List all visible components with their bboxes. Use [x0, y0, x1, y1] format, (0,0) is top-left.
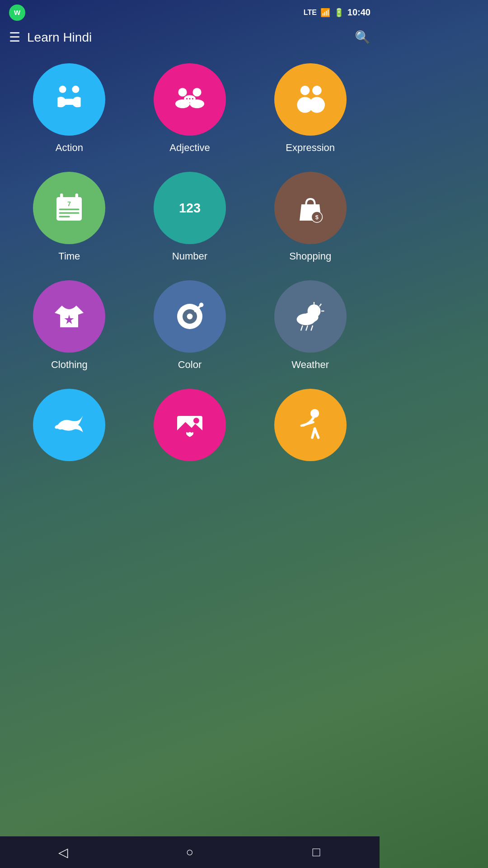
- chat-icon: [172, 81, 208, 118]
- weather-label: Weather: [291, 359, 329, 371]
- photo-icon: [172, 407, 208, 443]
- time-circle: 7: [33, 172, 105, 244]
- color-circle: [154, 280, 226, 353]
- back-button[interactable]: ◁: [50, 839, 77, 866]
- svg-text:$: $: [315, 214, 318, 221]
- svg-point-39: [304, 312, 318, 322]
- svg-text:7: 7: [67, 200, 71, 208]
- svg-line-36: [319, 304, 321, 307]
- status-bar: w LTE 📶 🔋 10:40: [0, 0, 380, 23]
- category-weather[interactable]: Weather: [274, 280, 347, 371]
- number-circle: 123: [154, 172, 226, 244]
- svg-point-1: [72, 86, 80, 93]
- svg-rect-18: [60, 193, 63, 200]
- category-adjective[interactable]: Adjective: [154, 63, 226, 154]
- svg-point-8: [186, 98, 188, 99]
- svg-point-14: [309, 97, 324, 113]
- category-number[interactable]: 123 Number: [154, 172, 226, 262]
- status-left: w: [9, 5, 25, 21]
- svg-point-33: [187, 314, 193, 320]
- clothing-label: Clothing: [51, 359, 88, 371]
- menu-icon[interactable]: ☰: [9, 30, 20, 45]
- svg-point-47: [310, 409, 319, 418]
- svg-text:123: 123: [179, 201, 201, 215]
- category-color[interactable]: Color: [154, 280, 226, 371]
- clock: 10:40: [347, 7, 371, 18]
- action-label: Action: [56, 142, 83, 154]
- expression-circle: [274, 63, 347, 136]
- battery-icon: 🔋: [334, 8, 344, 18]
- category-time[interactable]: 7 Time: [33, 172, 105, 262]
- network-indicator: LTE: [304, 9, 317, 17]
- bottom-row-grid: [0, 380, 380, 513]
- svg-line-49: [314, 429, 318, 438]
- number-label: Number: [172, 250, 207, 262]
- svg-point-11: [300, 86, 310, 95]
- shopping-icon: $: [292, 190, 328, 226]
- svg-point-10: [192, 98, 193, 99]
- expression-label: Expression: [286, 142, 335, 154]
- category-body[interactable]: [274, 389, 347, 467]
- svg-rect-19: [75, 193, 78, 200]
- svg-point-4: [192, 88, 201, 96]
- svg-line-40: [301, 326, 302, 330]
- body-circle: [274, 389, 347, 461]
- svg-line-41: [306, 326, 307, 330]
- svg-point-3: [178, 88, 187, 96]
- category-grid: Action Adjective: [0, 54, 380, 380]
- svg-rect-20: [59, 209, 80, 210]
- svg-point-9: [189, 98, 190, 99]
- svg-point-32: [199, 303, 204, 307]
- svg-rect-21: [59, 212, 80, 214]
- svg-point-13: [312, 86, 322, 95]
- bottom-navigation: ◁ ○ □: [0, 836, 380, 868]
- category-action[interactable]: Action: [33, 63, 105, 154]
- calendar-icon: 7: [51, 190, 87, 226]
- category-nature[interactable]: [154, 389, 226, 467]
- weather-icon: [292, 298, 328, 335]
- color-label: Color: [178, 359, 202, 371]
- dolphin-icon: [51, 407, 87, 443]
- svg-line-42: [311, 326, 312, 330]
- category-shopping[interactable]: $ Shopping: [274, 172, 347, 262]
- number-icon: 123: [172, 190, 208, 226]
- tshirt-icon: [51, 298, 87, 335]
- page-title: Learn Hindi: [27, 30, 355, 45]
- category-expression[interactable]: Expression: [274, 63, 347, 154]
- status-right: LTE 📶 🔋 10:40: [304, 7, 371, 18]
- animal-circle: [33, 389, 105, 461]
- svg-rect-2: [65, 99, 74, 101]
- clothing-circle: [33, 280, 105, 353]
- category-clothing[interactable]: Clothing: [33, 280, 105, 371]
- adjective-circle: [154, 63, 226, 136]
- search-icon[interactable]: 🔍: [355, 30, 371, 45]
- nature-circle: [154, 389, 226, 461]
- adjective-label: Adjective: [169, 142, 210, 154]
- category-animal[interactable]: [33, 389, 105, 467]
- svg-rect-22: [59, 216, 70, 217]
- time-label: Time: [58, 250, 80, 262]
- home-button[interactable]: ○: [176, 839, 203, 866]
- weather-circle: [274, 280, 347, 353]
- shopping-label: Shopping: [289, 250, 331, 262]
- palette-icon: [172, 298, 208, 335]
- shopping-circle: $: [274, 172, 347, 244]
- people-icon: [292, 81, 328, 118]
- svg-point-45: [193, 418, 199, 424]
- recent-button[interactable]: □: [303, 839, 330, 866]
- person-bow-icon: [292, 407, 328, 443]
- signal-icon: 📶: [320, 8, 330, 18]
- handshake-icon: [51, 81, 87, 118]
- svg-point-0: [59, 86, 66, 93]
- action-circle: [33, 63, 105, 136]
- app-notification-icon: w: [9, 5, 25, 21]
- top-bar: ☰ Learn Hindi 🔍: [0, 23, 380, 54]
